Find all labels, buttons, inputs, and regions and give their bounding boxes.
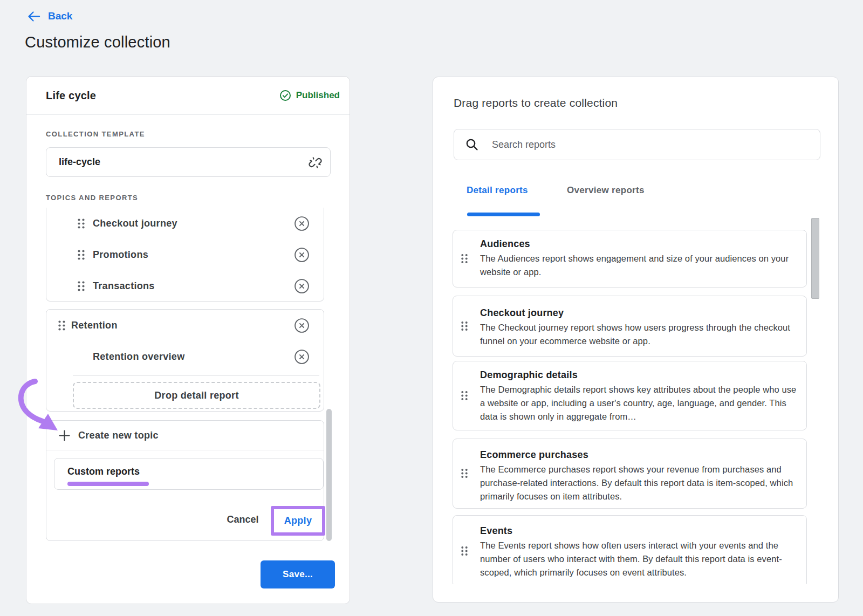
divider: [73, 375, 319, 376]
new-topic-name-input[interactable]: [54, 458, 323, 489]
report-description: The Ecommerce purchases report shows you…: [480, 463, 798, 503]
template-section-label: COLLECTION TEMPLATE: [46, 130, 145, 138]
remove-report-icon[interactable]: [294, 278, 310, 294]
report-card-audiences[interactable]: Audiences The Audiences report shows eng…: [453, 230, 807, 288]
remove-topic-icon[interactable]: [294, 318, 310, 333]
topic-row-retention[interactable]: Retention: [46, 310, 324, 341]
annotation-purple-box: Apply: [271, 506, 325, 536]
report-card-events[interactable]: Events The Events report shows how often…: [453, 515, 807, 584]
report-label: Checkout journey: [93, 218, 177, 229]
plus-icon: [58, 429, 71, 442]
report-list-scrollbar[interactable]: [811, 218, 819, 299]
report-row-promotions[interactable]: Promotions: [46, 239, 324, 270]
report-card-demographic-details[interactable]: Demographic details The Demographic deta…: [453, 361, 807, 430]
status-label: Published: [296, 90, 340, 101]
topic-label: Retention: [71, 320, 118, 331]
create-topic-panel: Create new topic Cancel Apply: [46, 420, 324, 541]
remove-report-icon[interactable]: [294, 216, 310, 231]
tab-detail-reports[interactable]: Detail reports: [467, 185, 528, 196]
back-button[interactable]: Back: [27, 10, 72, 22]
report-row-transactions[interactable]: Transactions: [46, 270, 324, 302]
report-description: The Audiences report shows engagement an…: [480, 252, 798, 279]
report-picker-panel: Drag reports to create collection Detail…: [433, 77, 839, 603]
page-title: Customize collection: [25, 33, 170, 51]
drag-handle-icon[interactable]: [77, 218, 85, 229]
template-input[interactable]: [46, 148, 330, 176]
search-input[interactable]: [492, 129, 820, 160]
report-description: The Events report shows how often users …: [480, 539, 798, 579]
back-arrow-icon: [27, 11, 40, 22]
report-list: Audiences The Audiences report shows eng…: [433, 218, 839, 584]
report-card-ecommerce-purchases[interactable]: Ecommerce purchases The Ecommerce purcha…: [453, 439, 807, 509]
drag-handle-icon[interactable]: [77, 249, 85, 261]
apply-button[interactable]: Apply: [284, 515, 312, 526]
drag-handle-icon[interactable]: [58, 320, 66, 331]
cancel-button[interactable]: Cancel: [218, 514, 268, 525]
left-panel-scrollbar[interactable]: [326, 409, 332, 541]
report-row-retention-overview[interactable]: Retention overview: [46, 341, 324, 372]
report-label: Promotions: [93, 249, 148, 261]
drop-detail-report-zone[interactable]: Drop detail report: [73, 382, 320, 409]
save-button[interactable]: Save...: [261, 560, 335, 588]
report-label: Transactions: [93, 280, 155, 292]
drag-handle-icon[interactable]: [77, 280, 85, 292]
collection-editor-panel: Life cycle Published COLLECTION TEMPLATE…: [26, 76, 350, 604]
topic-group-retention: Retention Retention overview Drop detail…: [46, 309, 324, 412]
report-title: Audiences: [480, 238, 798, 250]
drag-handle-icon[interactable]: [461, 468, 468, 481]
topic-group-scrolled: Checkout journey Promotions Transactions: [46, 208, 324, 302]
drag-handle-icon[interactable]: [461, 253, 468, 266]
drag-handle-icon[interactable]: [461, 390, 468, 403]
report-description: The Demographic details report shows key…: [480, 383, 798, 423]
drag-handle-icon[interactable]: [461, 320, 468, 334]
picker-title: Drag reports to create collection: [454, 97, 618, 109]
search-field: [454, 129, 820, 160]
template-field: [46, 147, 331, 177]
report-row-checkout-journey[interactable]: Checkout journey: [46, 208, 324, 239]
report-label: Retention overview: [93, 351, 184, 362]
drag-handle-icon[interactable]: [461, 545, 468, 559]
search-icon: [465, 138, 479, 152]
collection-header: Life cycle Published: [26, 77, 350, 115]
report-card-checkout-journey[interactable]: Checkout journey The Checkout journey re…: [453, 296, 807, 357]
unlink-icon[interactable]: [308, 155, 323, 172]
active-tab-indicator: [467, 213, 540, 216]
create-new-topic-button[interactable]: Create new topic: [46, 421, 324, 450]
create-topic-label: Create new topic: [78, 430, 159, 441]
report-title: Events: [480, 525, 798, 537]
dropzone-label: Drop detail report: [154, 390, 238, 401]
report-description: The Checkout journey report shows how us…: [480, 321, 798, 348]
back-label: Back: [48, 10, 72, 22]
remove-report-icon[interactable]: [294, 247, 310, 263]
report-title: Demographic details: [480, 369, 798, 381]
topics-section-label: TOPICS AND REPORTS: [46, 194, 138, 202]
report-title: Checkout journey: [480, 307, 798, 319]
check-circle-icon: [279, 90, 291, 101]
tab-overview-reports[interactable]: Overview reports: [567, 185, 645, 196]
report-title: Ecommerce purchases: [480, 449, 798, 461]
collection-name: Life cycle: [46, 90, 96, 102]
status-badge: Published: [279, 90, 340, 101]
remove-report-icon[interactable]: [294, 349, 310, 365]
new-topic-name-field: [54, 458, 324, 490]
